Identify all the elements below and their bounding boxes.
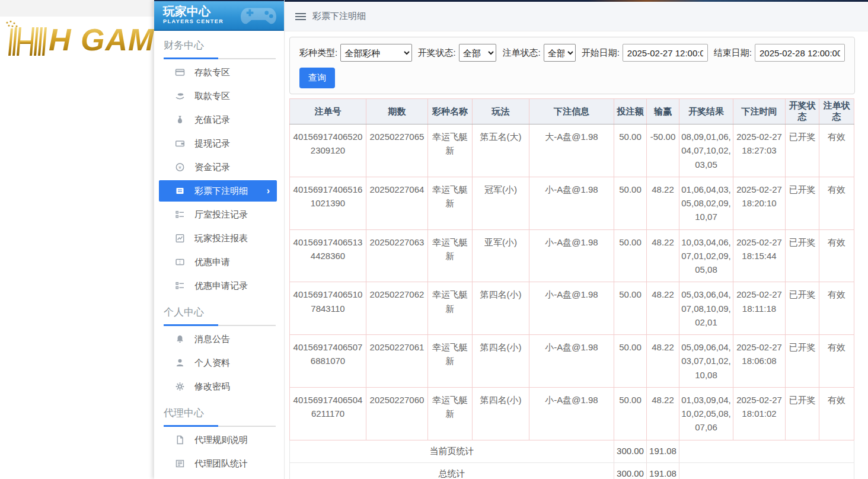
draw-status-label: 开奖状态:: [418, 47, 456, 59]
lottery-type-select[interactable]: 全部彩种: [340, 44, 411, 62]
sidebar-item-label: 优惠申请记录: [194, 280, 248, 292]
sidebar-section: 代理中心代理规则说明代理团队统计: [154, 398, 284, 475]
table-cell: 已开奖: [786, 387, 819, 440]
table-cell: 2025-02-27 18:11:18: [733, 282, 786, 335]
search-button[interactable]: 查询: [299, 68, 335, 88]
table-cell: 冠军(小): [473, 177, 529, 229]
draw-status-select[interactable]: 全部: [459, 44, 497, 62]
coupon-icon: [174, 257, 185, 267]
column-header: 投注额: [614, 99, 647, 124]
sidebar-item-coupon-records[interactable]: 优惠申请记录: [154, 274, 284, 298]
bet-status-select[interactable]: 全部: [544, 44, 576, 62]
section-underline: [164, 325, 276, 326]
table-cell: 50.00: [614, 335, 647, 388]
table-cell: 48.22: [647, 387, 679, 440]
table-cell: 已开奖: [786, 335, 819, 388]
sidebar-item-label: 资金记录: [194, 162, 230, 173]
table-cell: 20250227061: [366, 335, 428, 388]
sidebar-item-document[interactable]: 代理规则说明: [154, 428, 284, 452]
table-cell: 48.22: [647, 229, 679, 282]
sidebar-section-label: 代理中心: [164, 407, 276, 420]
end-date-input[interactable]: [755, 44, 845, 62]
table-cell: 幸运飞艇新: [428, 387, 473, 440]
sidebar-item-room-records[interactable]: 厅室投注记录: [154, 203, 284, 226]
column-header: 期数: [366, 99, 428, 124]
sidebar-item-report-chart[interactable]: 玩家投注报表: [154, 226, 284, 250]
table-row: 40156917406520230912020250227065幸运飞艇新第五名…: [290, 124, 854, 177]
sidebar-item-label: 存款专区: [194, 67, 230, 78]
table-cell: 第四名(小): [473, 387, 529, 440]
table-cell: 有效: [819, 335, 854, 388]
summary-row: 总统计300.00191.08: [290, 462, 854, 479]
table-cell: 亚军(小): [473, 229, 529, 282]
start-date-input[interactable]: [623, 44, 708, 62]
sidebar-item-coupon[interactable]: 优惠申请: [154, 250, 284, 274]
sidebar-item-bank-card[interactable]: 存款专区: [154, 60, 284, 84]
sidebar-item-label: 优惠申请: [194, 257, 230, 268]
sidebar-item-team-stats[interactable]: 代理团队统计: [154, 452, 284, 475]
table-cell: 401569174065107843110: [290, 282, 366, 335]
sidebar-header: 玩家中心 PLAYERS CENTER: [154, 0, 284, 31]
table-cell: 第四名(小): [473, 282, 529, 335]
table-cell: 已开奖: [786, 177, 819, 229]
bet-status-label: 注单状态:: [502, 47, 540, 59]
sidebar-item-withdraw-hand[interactable]: 取款专区: [154, 84, 284, 108]
sidebar-item-moneybag[interactable]: 充值记录: [154, 108, 284, 132]
table-cell: 小-A盘@1.98: [529, 229, 614, 282]
table-row: 40156917406510784311020250227062幸运飞艇新第四名…: [290, 282, 854, 335]
sidebar-item-gear[interactable]: 修改密码: [154, 375, 284, 398]
summary-cell: 300.00: [614, 462, 647, 479]
summary-cell: 191.08: [647, 462, 679, 479]
sidebar-item-label: 取款专区: [194, 91, 230, 102]
table-cell: 20250227065: [366, 124, 428, 177]
main-area: 彩票下注明细 彩种类型: 全部彩种 开奖状态: 全部 注单状态: 全部 开始日期…: [285, 0, 868, 479]
report-chart-icon: [174, 234, 185, 243]
chevron-right-icon: ›: [267, 186, 270, 196]
sidebar-section: 个人中心消息公告个人资料修改密码: [154, 298, 284, 398]
table-cell: 50.00: [614, 177, 647, 229]
sidebar-item-label: 个人资料: [194, 357, 230, 369]
sidebar-item-coin[interactable]: ¥资金记录: [154, 155, 284, 179]
gamepad-icon: [239, 5, 278, 30]
table-cell: 小-A盘@1.98: [529, 282, 614, 335]
sidebar-item-label: 提现记录: [194, 138, 230, 149]
section-underline: [164, 58, 276, 59]
table-row: 40156917406513442836020250227063幸运飞艇新亚军(…: [290, 229, 854, 282]
table-cell: 50.00: [614, 282, 647, 335]
sidebar-item-bell[interactable]: 消息公告: [154, 327, 284, 351]
table-cell: 401569174065046211170: [290, 387, 366, 440]
page-title: 彩票下注明细: [312, 11, 366, 22]
table-cell: 幸运飞艇新: [428, 229, 473, 282]
column-header: 下注时间: [733, 99, 786, 124]
sidebar-section: 财务中心存款专区取款专区充值记录提现记录¥资金记录彩票下注明细›厅室投注记录玩家…: [154, 31, 284, 298]
table-cell: 401569174065202309120: [290, 124, 366, 177]
summary-cell: 300.00: [614, 440, 647, 462]
table-cell: 20250227060: [366, 387, 428, 440]
sidebar-item-lottery-list[interactable]: 彩票下注明细›: [159, 180, 277, 202]
sidebar-item-person[interactable]: 个人资料: [154, 351, 284, 375]
sidebar-item-label: 修改密码: [194, 381, 230, 392]
sidebar-item-label: 玩家投注报表: [194, 233, 248, 244]
sidebar-section-label: 个人中心: [164, 306, 276, 319]
table-row: 40156917406504621117020250227060幸运飞艇新第四名…: [290, 387, 854, 440]
withdraw-hand-icon: [174, 91, 185, 101]
table-cell: 有效: [819, 124, 854, 177]
table-cell: 48.22: [647, 282, 679, 335]
table-cell: 幸运飞艇新: [428, 124, 473, 177]
lottery-list-icon: [174, 186, 185, 196]
bet-table-wrap: 注单号期数彩种名称玩法下注信息投注额输赢开奖结果下注时间开奖状态注单状态 401…: [289, 98, 863, 479]
room-records-icon: [174, 210, 185, 219]
left-top-strip: [0, 0, 154, 17]
table-cell: 48.22: [647, 335, 679, 388]
hamburger-menu-icon[interactable]: [295, 13, 306, 20]
filter-panel: 彩种类型: 全部彩种 开奖状态: 全部 注单状态: 全部 开始日期: 结束日期:…: [289, 37, 855, 94]
bank-card-icon: [174, 68, 185, 77]
table-cell: 08,09,01,06,04,07,10,02,03,05: [679, 124, 733, 177]
sidebar-section-header: 代理中心: [154, 398, 284, 427]
summary-cell: 191.08: [647, 440, 679, 462]
column-header: 注单号: [290, 99, 366, 124]
table-cell: 05,09,06,04,03,07,01,02,10,08: [679, 335, 733, 388]
table-cell: 48.22: [647, 177, 679, 229]
sidebar-item-wallet[interactable]: 提现记录: [154, 132, 284, 155]
table-cell: 已开奖: [786, 124, 819, 177]
